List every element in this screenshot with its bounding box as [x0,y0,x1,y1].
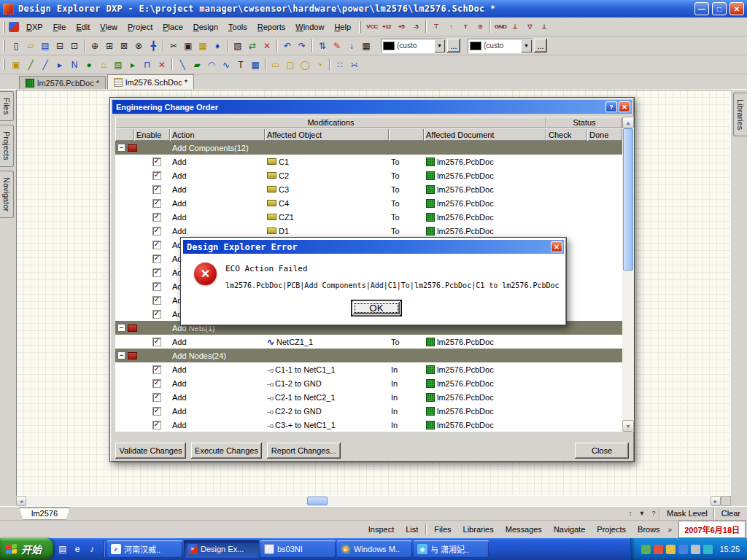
enable-checkbox[interactable]: ✓ [152,282,161,291]
enable-checkbox[interactable]: ✓ [152,421,161,429]
panel-button-list[interactable]: List [400,522,424,537]
zoom-selection-icon[interactable]: ⊗ [131,39,146,53]
earth-ground-icon[interactable]: ⊥ [508,20,522,34]
place-device-icon[interactable]: ⊓ [140,58,155,72]
help-button[interactable]: ? [605,101,617,112]
clear-filter-icon[interactable]: ✕ [260,39,274,53]
enable-checkbox[interactable]: ✓ [152,158,161,166]
power-circle-icon[interactable]: ⊙ [473,20,487,34]
enable-checkbox[interactable]: ✓ [152,268,161,277]
cross-probe-icon[interactable]: ╋ [146,39,160,53]
color-selector[interactable]: (custo ▼ [381,39,445,53]
scroll-left-button[interactable]: ◄ [16,496,26,506]
hierarchy-icon[interactable]: ⇅ [315,39,330,53]
dropdown-arrow-icon[interactable]: ▼ [434,39,445,52]
draw-arc-icon[interactable]: ◠ [204,58,219,72]
color-more-button[interactable]: ... [447,39,460,52]
mask-help-icon[interactable]: ? [648,508,659,519]
scroll-up-button[interactable]: ▲ [622,117,634,128]
menu-item[interactable]: DXP [21,20,48,34]
menu-item[interactable]: View [95,20,123,34]
panel-tab-projects[interactable]: Projects [0,125,14,167]
table-row[interactable]: ✓ Add C1-2 to GND In [115,376,622,390]
task-button-windows-media[interactable]: Windows M.. [337,540,412,558]
dropdown-arrow-icon[interactable]: ▼ [521,39,532,52]
menu-item[interactable]: Project [123,20,158,34]
task-button-henanhanwei[interactable]: 河南汉威.. [107,540,182,558]
color-more-button-2[interactable]: ... [534,39,547,52]
tray-updates-icon[interactable] [666,545,676,554]
place-junction-icon[interactable]: ● [82,58,96,72]
power-bar-icon[interactable]: ⊤ [429,20,444,34]
undo-icon[interactable]: ↶ [280,39,295,53]
minimize-button[interactable]: — [694,2,709,15]
scroll-track[interactable] [622,128,634,420]
table-row[interactable]: − Add Components(12) [115,141,622,155]
close-button[interactable]: ✕ [729,2,744,15]
power-arrow-icon[interactable]: ↑ [444,20,458,34]
table-row[interactable]: ✓ Add C4 To [115,196,622,210]
tray-volume-icon[interactable] [691,545,700,554]
menu-item[interactable]: Place [158,20,188,34]
quick-launch-ie-icon[interactable]: e [71,542,84,556]
task-button-chat[interactable]: 与 潇湘妃.. [414,540,489,558]
table-row[interactable]: ✓ Add C2-1 to NetC2_1 In [115,390,622,404]
enable-checkbox[interactable]: ✓ [152,254,161,263]
plus12-power-port-icon[interactable]: +12 [379,20,394,34]
error-close-button[interactable]: ✕ [551,241,562,252]
print-preview-icon[interactable]: ⊡ [67,39,82,53]
gnd-power-port-icon[interactable]: GND [493,20,508,34]
table-row[interactable]: ✓ Add CZ1 To [115,210,622,224]
quick-launch-media-icon[interactable]: ♪ [85,542,98,556]
hscroll-track[interactable] [26,496,711,506]
tray-messenger-icon[interactable] [703,545,713,554]
table-row[interactable]: ✓ Add C1 To [115,155,622,168]
draw-line-icon[interactable]: ╲ [175,58,190,72]
enable-checkbox[interactable]: ✓ [152,310,161,319]
toolbar-grip[interactable] [3,21,5,33]
rubber-stamp-icon[interactable]: ♦ [210,39,225,53]
ok-button[interactable]: OK [352,300,401,316]
scroll-thumb[interactable] [623,128,633,271]
panel-tab-navigator[interactable]: Navigator [0,171,14,218]
enable-checkbox[interactable]: ✓ [152,407,161,416]
collapse-icon[interactable]: − [117,351,125,359]
grid-toggle-icon[interactable]: ▦ [359,39,374,53]
plus5-power-port-icon[interactable]: +5 [394,20,409,34]
minus5-power-port-icon[interactable]: -5 [409,20,423,34]
menu-item[interactable]: Reports [252,20,291,34]
clear-button[interactable]: Clear [714,508,747,519]
menu-item[interactable]: Edit [71,20,95,34]
collapse-icon[interactable]: − [117,324,125,332]
move-selection-icon[interactable]: ⇄ [245,39,260,53]
table-row[interactable]: ✓ Add C3-+ to NetC1_1 In [115,418,622,432]
enable-checkbox[interactable]: ✓ [152,296,161,305]
enable-checkbox[interactable]: ✓ [152,365,161,374]
arrow-ground-icon[interactable]: ▽ [522,20,537,34]
cut-icon[interactable]: ✂ [166,39,181,53]
select-area-icon[interactable]: ▧ [231,39,245,53]
enable-checkbox[interactable]: ✓ [152,171,161,180]
panel-button-navigate[interactable]: Navigate [548,522,591,537]
table-row[interactable]: − Add Nodes(24) [115,349,622,362]
draw-polygon-icon[interactable]: ▰ [190,58,204,72]
place-part-icon[interactable]: ▣ [9,58,23,72]
task-button-bs03ni[interactable]: bs03NI [260,540,336,558]
new-document-icon[interactable]: ▯ [9,39,23,53]
increment-icon[interactable]: ↓ [344,39,359,53]
table-row[interactable]: ✓ Add C2-2 to GND In [115,404,622,418]
task-button-design-explorer[interactable]: Design Ex... [184,540,259,558]
execute-changes-button[interactable]: Execute Changes [191,443,262,459]
place-wire-icon[interactable]: ╱ [23,58,38,72]
enable-checkbox[interactable]: ✓ [152,241,161,249]
menu-item[interactable]: Window [290,20,329,34]
panel-button-files[interactable]: Files [428,522,457,537]
toolbar-grip[interactable] [3,59,5,71]
power-tee-icon[interactable]: T [458,20,473,34]
maximize-button[interactable]: □ [712,2,727,15]
redo-icon[interactable]: ↷ [295,39,309,53]
copy-icon[interactable]: ▣ [181,39,196,53]
mask-dropdown-icon[interactable]: ▼ [636,508,648,519]
draw-pie-icon[interactable]: ◔ [312,58,327,72]
enable-checkbox[interactable]: ✓ [152,227,161,236]
